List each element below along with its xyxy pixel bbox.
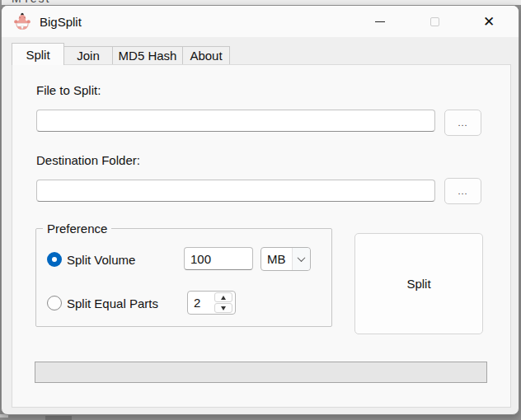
split-volume-label: Split Volume [67, 253, 135, 267]
file-to-split-label: File to Split: [36, 83, 101, 97]
arrow-down-icon [221, 306, 226, 310]
split-volume-radio[interactable] [47, 252, 62, 267]
split-tab-page: File to Split: ... Destination Folder: .… [12, 64, 511, 408]
browse-destination-button[interactable]: ... [444, 178, 481, 204]
window-controls: ✕ [357, 6, 512, 37]
parts-spinner-input[interactable] [188, 296, 214, 310]
unit-combobox-value: MB [261, 252, 292, 266]
spinner-down-button[interactable] [214, 303, 232, 313]
tab-md5-hash[interactable]: MD5 Hash [112, 46, 183, 65]
bigsplit-window: BigSplit ✕ Split Join MD5 Hash About Fil… [1, 5, 519, 415]
unit-combobox-dropdown[interactable] [292, 248, 310, 270]
background-fragment [45, 416, 72, 420]
preference-legend: Preference [43, 222, 111, 236]
tab-strip: Split Join MD5 Hash About [12, 43, 230, 65]
spinner-up-button[interactable] [214, 292, 232, 302]
split-equal-parts-radio[interactable] [47, 296, 62, 310]
preference-groupbox: Preference Split Volume MB Split Equal P… [35, 228, 332, 327]
chevron-down-icon [298, 254, 306, 262]
close-button[interactable]: ✕ [466, 6, 512, 37]
parts-spinner-buttons [214, 292, 232, 313]
destination-folder-label: Destination Folder: [36, 153, 140, 167]
tab-split[interactable]: Split [12, 43, 64, 65]
minimize-button[interactable] [357, 6, 403, 37]
unit-combobox[interactable]: MB [260, 247, 311, 271]
split-equal-parts-radio-row[interactable]: Split Equal Parts [47, 296, 158, 310]
close-icon: ✕ [483, 15, 495, 29]
minimize-icon [375, 21, 385, 22]
sumo-app-icon [13, 12, 31, 30]
file-to-split-input[interactable] [36, 110, 435, 132]
titlebar[interactable]: BigSplit ✕ [2, 6, 519, 37]
split-button[interactable]: Split [354, 233, 483, 334]
destination-folder-input[interactable] [36, 180, 435, 202]
maximize-button[interactable] [411, 6, 458, 37]
tab-about[interactable]: About [182, 46, 230, 65]
window-title: BigSplit [40, 15, 82, 29]
arrow-up-icon [221, 296, 226, 300]
split-volume-radio-row[interactable]: Split Volume [47, 252, 135, 267]
desktop-background-strip [0, 414, 521, 420]
parts-spinner [187, 291, 236, 315]
progress-bar [35, 362, 487, 383]
tab-join[interactable]: Join [63, 46, 113, 65]
browse-file-button[interactable]: ... [444, 110, 481, 136]
maximize-icon [430, 17, 439, 26]
split-equal-parts-label: Split Equal Parts [67, 296, 158, 310]
split-volume-value-input[interactable] [184, 247, 253, 270]
